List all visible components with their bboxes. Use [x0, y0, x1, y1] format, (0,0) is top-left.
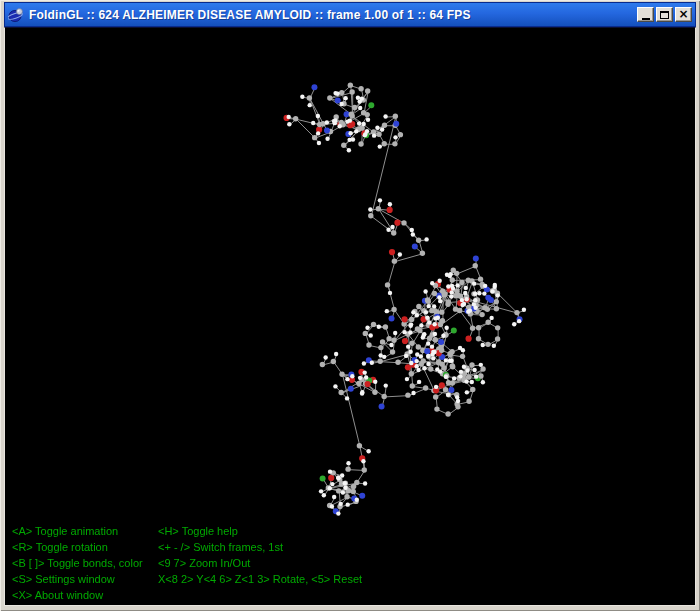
- maximize-icon: [660, 11, 669, 19]
- close-button[interactable]: ×: [675, 7, 692, 22]
- render-viewport: <A> Toggle animation <R> Toggle rotation…: [4, 27, 696, 606]
- minimize-button[interactable]: [637, 7, 654, 22]
- help-column-1: <A> Toggle animation <R> Toggle rotation…: [12, 523, 158, 603]
- maximize-button[interactable]: [656, 7, 673, 22]
- help-line: <+ - /> Switch frames, 1st: [158, 539, 362, 555]
- help-line: <9 7> Zoom In/Out: [158, 555, 362, 571]
- app-window: FoldinGL :: 624 ALZHEIMER DISEASE AMYLOI…: [0, 0, 700, 611]
- minimize-icon: [642, 18, 650, 20]
- close-icon: ×: [678, 8, 688, 20]
- help-line: <S> Settings window: [12, 571, 158, 587]
- help-line: <R> Toggle rotation: [12, 539, 158, 555]
- help-column-2: <H> Toggle help <+ - /> Switch frames, 1…: [158, 523, 362, 603]
- app-icon[interactable]: [8, 7, 24, 23]
- window-controls: ×: [637, 7, 692, 22]
- title-bar[interactable]: FoldinGL :: 624 ALZHEIMER DISEASE AMYLOI…: [4, 2, 696, 27]
- help-overlay: <A> Toggle animation <R> Toggle rotation…: [12, 523, 362, 603]
- help-line: <A> Toggle animation: [12, 523, 158, 539]
- help-line: <H> Toggle help: [158, 523, 362, 539]
- help-line: <X> About window: [12, 587, 158, 603]
- help-line: X<8 2> Y<4 6> Z<1 3> Rotate, <5> Reset: [158, 571, 362, 587]
- help-line: <B [ ]> Toggle bonds, color: [12, 555, 158, 571]
- molecule-canvas[interactable]: [5, 28, 696, 606]
- window-title: FoldinGL :: 624 ALZHEIMER DISEASE AMYLOI…: [29, 8, 637, 22]
